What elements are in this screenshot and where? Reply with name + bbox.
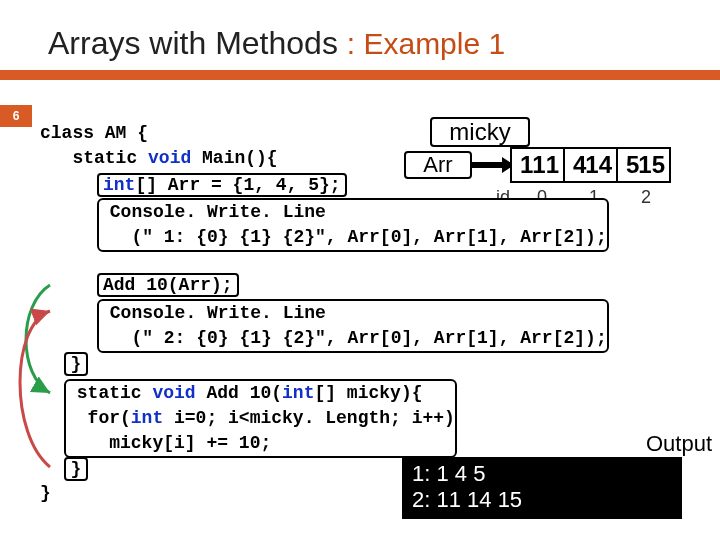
flow-arrows-icon	[0, 105, 60, 525]
code-box-close-brace: }	[64, 352, 88, 376]
cell-new-value: 15	[638, 151, 665, 179]
output-line: 1: 1 4 5	[412, 461, 672, 487]
code-box-writeline-1: Console. Write. Line (" 1: {0} {1} {2}",…	[97, 198, 609, 252]
code-text: static	[66, 383, 152, 403]
code-line: static void Main(){	[40, 148, 278, 168]
keyword-void: void	[148, 148, 191, 168]
code-text: Add 10(	[196, 383, 282, 403]
cell-new-value: 14	[585, 151, 612, 179]
keyword-void: void	[152, 383, 195, 403]
index-value: 2	[620, 187, 672, 208]
code-box-writeline-2: Console. Write. Line (" 2: {0} {1} {2}",…	[97, 299, 609, 353]
array-cell: 1 11	[510, 147, 565, 183]
code-text: i=0; i<micky. Length; i++)	[163, 408, 455, 428]
output-console: 1: 1 4 5 2: 11 14 15	[402, 457, 682, 519]
keyword-int: int	[282, 383, 314, 403]
title-example: : Example 1	[347, 27, 505, 60]
keyword-int: int	[103, 175, 135, 195]
code-text: Console. Write. Line	[99, 202, 326, 222]
title-main: Arrays with Methods	[48, 25, 347, 61]
code-text: micky[i] += 10;	[66, 433, 271, 453]
array-cell: 5 15	[616, 147, 671, 183]
code-text: for(	[66, 408, 131, 428]
code-text: (" 1: {0} {1} {2}", Arr[0], Arr[1], Arr[…	[99, 227, 607, 247]
output-label: Output	[646, 431, 712, 457]
code-text: [] Arr = {1, 4, 5};	[135, 175, 340, 195]
cell-new-value: 11	[532, 151, 559, 179]
code-text: [] micky){	[314, 383, 422, 403]
code-text: static	[40, 148, 148, 168]
code-text: Console. Write. Line	[99, 303, 326, 323]
arrow-icon	[472, 162, 512, 168]
content-area: micky Arr 1 11 4 14 5 15 id 0 1 2 class …	[0, 105, 720, 540]
keyword-int: int	[131, 408, 163, 428]
code-text: Main(){	[191, 148, 277, 168]
code-line: }	[40, 483, 51, 503]
code-line: class AM {	[40, 123, 148, 143]
array-cell: 4 14	[563, 147, 618, 183]
code-text: (" 2: {0} {1} {2}", Arr[0], Arr[1], Arr[…	[99, 328, 607, 348]
code-box-add10-call: Add 10(Arr);	[97, 273, 239, 297]
code-box-close-brace: }	[64, 457, 88, 481]
micky-label: micky	[430, 117, 530, 147]
divider-bar	[0, 70, 720, 80]
code-box-add10-def: static void Add 10(int[] micky){ for(int…	[64, 379, 457, 458]
code-box-int-arr-decl: int[] Arr = {1, 4, 5};	[97, 173, 347, 197]
output-line: 2: 11 14 15	[412, 487, 672, 513]
slide-title: Arrays with Methods : Example 1	[0, 0, 720, 70]
array-cells: 1 11 4 14 5 15	[512, 147, 671, 183]
arr-variable-label: Arr	[404, 151, 472, 179]
